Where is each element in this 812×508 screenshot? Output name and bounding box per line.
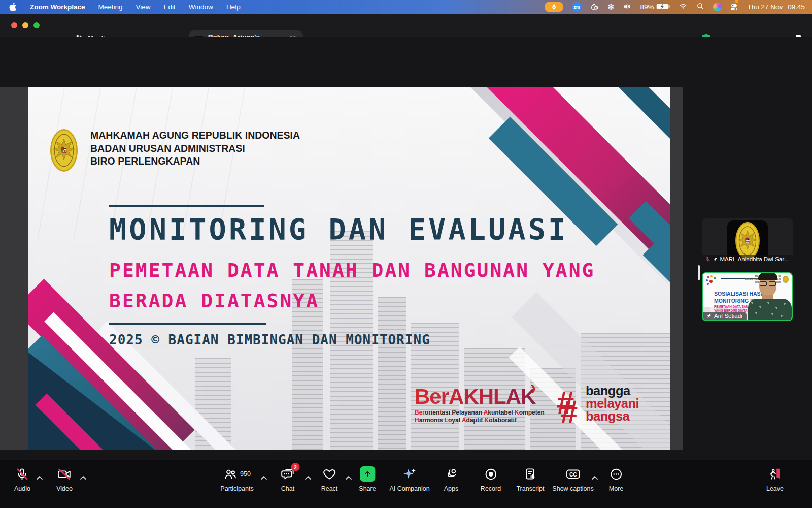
share-label: Share bbox=[359, 485, 376, 492]
video-button[interactable]: Video bbox=[56, 466, 73, 492]
siri-icon[interactable] bbox=[713, 3, 722, 11]
menu-help[interactable]: Help bbox=[226, 3, 241, 11]
battery-icon[interactable] bbox=[656, 3, 670, 11]
zoom-menubar-icon[interactable]: zm bbox=[572, 2, 582, 12]
share-screen-icon bbox=[360, 466, 375, 482]
menu-window[interactable]: Window bbox=[189, 3, 213, 11]
meeting-content-area: MAHKAMAH AGUNG REPUBLIK INDONESIA BADAN … bbox=[0, 37, 812, 460]
org-line-3: BIRO PERLENGKAPAN bbox=[90, 155, 300, 168]
mini-slide-logo bbox=[706, 275, 717, 287]
chat-label: Chat bbox=[281, 485, 294, 492]
participant-name: MARI_Anindhita Dwi Sar... bbox=[720, 256, 789, 262]
speaker-glasses bbox=[760, 281, 767, 286]
leave-button[interactable]: Leave bbox=[766, 466, 784, 492]
minimize-window-button[interactable] bbox=[22, 22, 28, 28]
heart-icon bbox=[323, 467, 336, 481]
bangga-word-1: bangga bbox=[586, 385, 639, 397]
menu-meeting[interactable]: Meeting bbox=[98, 3, 123, 11]
transcript-button[interactable]: Transcript bbox=[516, 466, 544, 492]
ellipsis-icon bbox=[609, 467, 623, 481]
speaker-batik-shirt bbox=[748, 299, 792, 320]
macos-menubar: Zoom Workplace Meeting View Edit Window … bbox=[0, 0, 812, 14]
participant-tile-anindhita[interactable]: MARI_Anindhita Dwi Sar... bbox=[702, 218, 793, 263]
sparkle-icon bbox=[402, 467, 417, 481]
berakhlak-tagline-2: Harmonis Loyal Adaptif Kolaboratif bbox=[415, 417, 545, 424]
zoom-meeting-window: Zoom Workplace Meeting View Edit Window … bbox=[0, 0, 812, 508]
captions-label: Show captions bbox=[552, 485, 593, 492]
battery-percent[interactable]: 89% bbox=[640, 3, 654, 11]
berakhlak-tagline-1: Berorientasi Pelayanan Akuntabel Kompete… bbox=[415, 409, 545, 417]
video-label: Video bbox=[56, 485, 73, 492]
chat-unread-badge: 2 bbox=[291, 463, 300, 471]
participants-button[interactable]: 950 Participants bbox=[220, 466, 253, 492]
hashtag-icon: # # bbox=[556, 385, 586, 431]
record-button[interactable]: Record bbox=[481, 466, 501, 492]
video-options-chevron[interactable] bbox=[80, 472, 86, 482]
cc-icon: CC bbox=[565, 467, 581, 481]
screen-sharing-status-icon[interactable] bbox=[590, 2, 599, 12]
shared-presentation-slide: MAHKAMAH AGUNG REPUBLIK INDONESIA BADAN … bbox=[28, 87, 670, 450]
slide-subtitle-line1: PEMETAAN DATA TANAH DAN BANGUNAN YANG bbox=[109, 259, 595, 281]
menubar-app-name[interactable]: Zoom Workplace bbox=[30, 3, 85, 11]
volume-icon[interactable] bbox=[623, 2, 631, 12]
mic-muted-icon bbox=[15, 467, 29, 481]
captions-button[interactable]: CC Show captions bbox=[552, 466, 593, 492]
share-button[interactable]: Share bbox=[359, 466, 376, 492]
apple-menu-icon[interactable] bbox=[9, 3, 17, 11]
apps-label: Apps bbox=[444, 485, 459, 492]
record-label: Record bbox=[481, 485, 501, 492]
menubar-date[interactable]: Thu 27 Nov bbox=[747, 3, 783, 11]
ai-companion-button[interactable]: AI Companion bbox=[389, 466, 429, 492]
camera-off-icon bbox=[57, 467, 72, 481]
bangga-word-2: melayani bbox=[586, 397, 639, 410]
leave-label: Leave bbox=[766, 485, 784, 492]
pin-icon bbox=[713, 256, 718, 262]
audio-button[interactable]: Audio bbox=[14, 466, 30, 492]
apps-icon bbox=[445, 467, 458, 481]
org-line-2: BADAN URUSAN ADMINISTRASI bbox=[90, 142, 300, 155]
user-switcher-icon[interactable] bbox=[730, 3, 738, 11]
pin-icon bbox=[706, 313, 712, 319]
mahkamah-agung-emblem bbox=[50, 128, 78, 173]
menu-edit[interactable]: Edit bbox=[164, 3, 176, 11]
assistant-menubar-icon[interactable]: ✻ bbox=[607, 2, 614, 12]
react-options-chevron[interactable] bbox=[346, 472, 352, 482]
speaker-hair bbox=[758, 272, 777, 280]
record-icon bbox=[484, 467, 497, 481]
zoom-window-button[interactable] bbox=[33, 22, 40, 28]
wifi-icon[interactable] bbox=[679, 3, 688, 12]
city-skyline bbox=[378, 297, 406, 450]
panel-scrollbar[interactable] bbox=[698, 265, 700, 280]
spotlight-search-icon[interactable] bbox=[696, 2, 704, 12]
participants-count: 950 bbox=[240, 470, 251, 478]
more-label: More bbox=[609, 485, 623, 492]
slide-title: MONITORING DAN EVALUASI bbox=[109, 213, 568, 246]
leave-icon bbox=[768, 467, 782, 481]
captions-options-chevron[interactable] bbox=[592, 472, 598, 482]
apps-button[interactable]: Apps bbox=[444, 466, 459, 492]
more-button[interactable]: More bbox=[609, 466, 623, 492]
transcript-label: Transcript bbox=[516, 485, 544, 492]
close-window-button[interactable] bbox=[11, 22, 17, 28]
chat-options-chevron[interactable] bbox=[305, 472, 311, 482]
org-line-1: MAHKAMAH AGUNG REPUBLIK INDONESIA bbox=[90, 129, 300, 142]
transcript-icon bbox=[523, 467, 537, 481]
menubar-clock[interactable]: 09.45 bbox=[788, 3, 805, 11]
participants-options-chevron[interactable] bbox=[261, 472, 267, 482]
berakhlak-brand: BerAKHLAK bbox=[415, 385, 545, 409]
menu-view[interactable]: View bbox=[136, 3, 151, 11]
notification-dot bbox=[735, 0, 738, 3]
slide-copyright: 2025 © BAGIAN BIMBINGAN DAN MONITORING bbox=[109, 332, 430, 347]
react-button[interactable]: React bbox=[321, 466, 338, 492]
participant-name: Arif Setiadi bbox=[714, 313, 742, 319]
berakhlak-logo: › BerAKHLAK Berorientasi Pelayanan Akunt… bbox=[415, 385, 545, 424]
participant-tile-arif[interactable]: MAHKAMAH AGUNG RI BADAN URUSAN ADMINISTR… bbox=[702, 272, 793, 321]
chat-button[interactable]: 2 Chat bbox=[281, 466, 295, 492]
audio-options-chevron[interactable] bbox=[37, 472, 43, 482]
react-label: React bbox=[321, 485, 338, 492]
title-rule bbox=[109, 205, 264, 207]
subtitle-rule bbox=[109, 323, 266, 325]
mic-in-use-indicator[interactable] bbox=[545, 2, 563, 12]
window-titlebar: Meeting Rokap_Arjuna's screen … Recordin… bbox=[0, 14, 812, 37]
muted-mic-icon bbox=[705, 256, 710, 262]
